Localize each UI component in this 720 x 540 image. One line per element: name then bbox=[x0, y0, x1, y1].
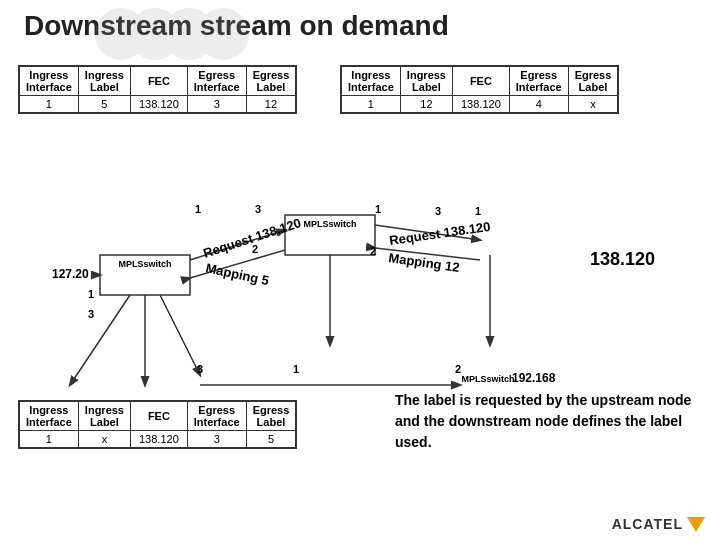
col-egress-interface: EgressInterface bbox=[187, 67, 246, 96]
col-egress-label-b: EgressLabel bbox=[246, 402, 296, 431]
svg-text:1: 1 bbox=[195, 203, 201, 215]
col-fec-b: FEC bbox=[131, 402, 188, 431]
col-ingress-label: IngressLabel bbox=[78, 67, 130, 96]
svg-text:3: 3 bbox=[197, 363, 203, 375]
alcatel-triangle-icon bbox=[687, 517, 705, 532]
alcatel-logo: ALCATEL bbox=[612, 516, 705, 532]
col-ingress-label-b: IngressLabel bbox=[78, 402, 130, 431]
col-egress-interface-r: EgressInterface bbox=[509, 67, 568, 96]
svg-text:Request 138.120: Request 138.120 bbox=[388, 219, 491, 248]
svg-text:Request 138.120: Request 138.120 bbox=[201, 215, 303, 261]
col-fec-r: FEC bbox=[453, 67, 510, 96]
svg-text:3: 3 bbox=[88, 308, 94, 320]
cell-egress-label-r: x bbox=[568, 96, 618, 113]
description-box: The label is requested by the upstream n… bbox=[395, 390, 695, 453]
cell-ingress-label-b: x bbox=[78, 431, 130, 448]
svg-text:1: 1 bbox=[293, 363, 299, 375]
svg-text:127.20: 127.20 bbox=[52, 267, 89, 281]
cell-egress-label-b: 5 bbox=[246, 431, 296, 448]
svg-text:MPLSswitch: MPLSswitch bbox=[118, 259, 171, 269]
cell-egress-label: 12 bbox=[246, 96, 296, 113]
svg-text:2: 2 bbox=[252, 243, 258, 255]
cell-fec-b: 138.120 bbox=[131, 431, 188, 448]
cell-ingress-interface: 1 bbox=[20, 96, 79, 113]
svg-line-11 bbox=[375, 248, 480, 260]
svg-text:1: 1 bbox=[375, 203, 381, 215]
svg-text:138.120: 138.120 bbox=[590, 249, 655, 269]
right-top-table: IngressInterface IngressLabel FEC Egress… bbox=[340, 65, 619, 114]
svg-text:MPLSswitch: MPLSswitch bbox=[461, 374, 514, 384]
col-ingress-interface-r: IngressInterface bbox=[342, 67, 401, 96]
svg-line-10 bbox=[375, 225, 480, 240]
cell-fec: 138.120 bbox=[131, 96, 188, 113]
svg-text:2: 2 bbox=[455, 363, 461, 375]
svg-text:Mapping 5: Mapping 5 bbox=[204, 260, 270, 288]
cell-ingress-label: 5 bbox=[78, 96, 130, 113]
cell-ingress-interface-r: 1 bbox=[342, 96, 401, 113]
svg-text:3: 3 bbox=[255, 203, 261, 215]
svg-text:Mapping 12: Mapping 12 bbox=[388, 250, 461, 275]
svg-text:MPLSswitch: MPLSswitch bbox=[303, 219, 356, 229]
svg-text:1: 1 bbox=[475, 205, 481, 217]
cell-egress-interface: 3 bbox=[187, 96, 246, 113]
svg-rect-0 bbox=[100, 255, 190, 295]
cell-egress-interface-b: 3 bbox=[187, 431, 246, 448]
col-ingress-interface: IngressInterface bbox=[20, 67, 79, 96]
cell-fec-r: 138.120 bbox=[453, 96, 510, 113]
svg-line-15 bbox=[160, 295, 200, 375]
col-ingress-label-r: IngressLabel bbox=[400, 67, 452, 96]
cell-egress-interface-r: 4 bbox=[509, 96, 568, 113]
svg-rect-2 bbox=[285, 215, 375, 255]
cell-ingress-label-r: 12 bbox=[400, 96, 452, 113]
description-text: The label is requested by the upstream n… bbox=[395, 392, 691, 450]
col-egress-label: EgressLabel bbox=[246, 67, 296, 96]
alcatel-text: ALCATEL bbox=[612, 516, 683, 532]
col-egress-label-r: EgressLabel bbox=[568, 67, 618, 96]
col-egress-interface-b: EgressInterface bbox=[187, 402, 246, 431]
cell-ingress-interface-b: 1 bbox=[20, 431, 79, 448]
svg-text:1: 1 bbox=[88, 288, 94, 300]
col-fec: FEC bbox=[131, 67, 188, 96]
col-ingress-interface-b: IngressInterface bbox=[20, 402, 79, 431]
svg-line-14 bbox=[70, 295, 130, 385]
svg-text:3: 3 bbox=[435, 205, 441, 217]
svg-line-12 bbox=[190, 250, 285, 278]
svg-text:2: 2 bbox=[370, 245, 376, 257]
svg-text:192.168: 192.168 bbox=[512, 371, 556, 385]
left-top-table: IngressInterface IngressLabel FEC Egress… bbox=[18, 65, 297, 114]
svg-line-9 bbox=[190, 230, 285, 260]
left-bottom-table: IngressInterface IngressLabel FEC Egress… bbox=[18, 400, 297, 449]
